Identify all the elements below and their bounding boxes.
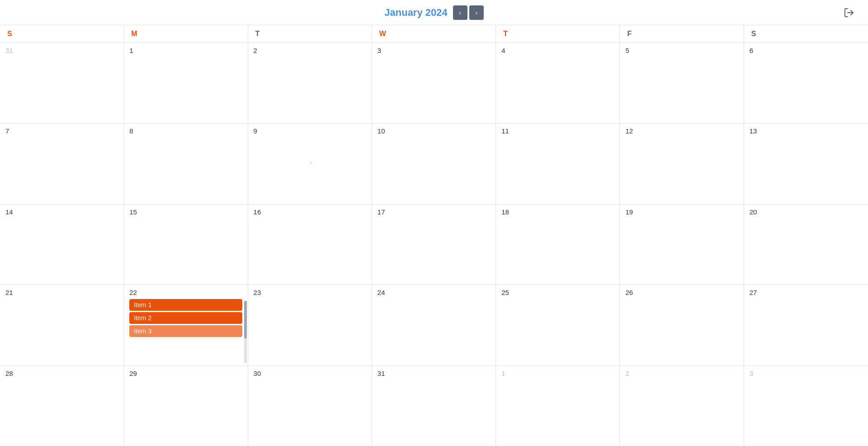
day-number: 18 (501, 208, 614, 216)
day-cell-jan24[interactable]: 24 (372, 285, 496, 365)
nav-buttons: ‹ › (453, 5, 484, 20)
day-number: 2 (625, 370, 738, 377)
day-cell-jan21[interactable]: 21 (0, 285, 124, 365)
calendar-grid: S M T W T F S 31 1 2 3 (0, 25, 868, 446)
day-cell-jan3[interactable]: 3 (372, 43, 496, 123)
day-header-tue: T (248, 25, 372, 43)
day-cell-jan2[interactable]: 2 (248, 43, 372, 123)
day-cell-jan16[interactable]: 16 (248, 204, 372, 285)
day-cell-jan15[interactable]: 15 (124, 204, 248, 285)
week-row: 7 8 9 · 10 11 12 13 (0, 123, 868, 204)
day-number: 16 (254, 208, 366, 216)
day-number: 1 (129, 47, 242, 54)
day-cell-jan23[interactable]: 23 (248, 285, 372, 365)
day-cell-jan5[interactable]: 5 (620, 43, 744, 123)
day-cell-jan4[interactable]: 4 (496, 43, 620, 123)
scrollbar-indicator (244, 301, 247, 363)
week-row: 31 1 2 3 4 5 6 (0, 43, 868, 123)
day-cell-jan25[interactable]: 25 (496, 285, 620, 365)
day-cell-jan28[interactable]: 28 (0, 366, 124, 446)
week-row: 21 22 Item 1 Item 2 Item 3 23 (0, 285, 868, 365)
day-cell-jan9[interactable]: 9 · (248, 123, 372, 204)
logout-button[interactable] (841, 5, 857, 21)
day-number: 31 (5, 47, 118, 54)
day-number: 1 (501, 370, 614, 377)
day-number: 6 (750, 47, 863, 54)
day-cell-jan26[interactable]: 26 (620, 285, 744, 365)
day-number: 19 (625, 208, 738, 216)
day-cell-jan27[interactable]: 27 (744, 285, 868, 365)
day-header-sun: S (0, 25, 124, 43)
day-number: 3 (750, 370, 863, 377)
day-cell-jan7[interactable]: 7 (0, 123, 124, 204)
day-cell-jan17[interactable]: 17 (372, 204, 496, 285)
day-number: 3 (377, 47, 490, 54)
day-headers: S M T W T F S (0, 25, 868, 43)
next-month-button[interactable]: › (469, 5, 484, 20)
day-number: 13 (750, 127, 863, 135)
day-number: 5 (625, 47, 738, 54)
day-cell-dec31[interactable]: 31 (0, 43, 124, 123)
event-list: Item 1 Item 2 Item 3 (129, 299, 242, 337)
day-cell-feb2[interactable]: 2 (620, 366, 744, 446)
calendar-title: January 2024 (384, 7, 447, 19)
day-cell-jan14[interactable]: 14 (0, 204, 124, 285)
day-number: 25 (501, 289, 614, 296)
day-cell-jan29[interactable]: 29 (124, 366, 248, 446)
day-number: 28 (5, 370, 118, 377)
scrollbar-thumb (244, 301, 247, 338)
day-number: 26 (625, 289, 738, 296)
day-number: 12 (625, 127, 738, 135)
day-number: 4 (501, 47, 614, 54)
day-number: 11 (501, 127, 614, 135)
day-cell-jan30[interactable]: 30 (248, 366, 372, 446)
week-row: 28 29 30 31 1 2 3 (0, 366, 868, 446)
day-cell-jan22[interactable]: 22 Item 1 Item 2 Item 3 (124, 285, 248, 365)
day-cell-jan1[interactable]: 1 (124, 43, 248, 123)
day-number: 17 (377, 208, 490, 216)
day-cell-feb3[interactable]: 3 (744, 366, 868, 446)
day-header-mon: M (124, 25, 248, 43)
day-cell-jan12[interactable]: 12 (620, 123, 744, 204)
week-row: 14 15 16 17 18 19 20 (0, 204, 868, 285)
day-number: 2 (254, 47, 366, 54)
day-number: 31 (377, 370, 490, 377)
day-cell-feb1[interactable]: 1 (496, 366, 620, 446)
dot-indicator: · (310, 157, 366, 166)
day-number: 21 (5, 289, 118, 296)
day-header-wed: W (372, 25, 496, 43)
day-header-sat: S (744, 25, 868, 43)
day-cell-jan31[interactable]: 31 (372, 366, 496, 446)
day-number: 20 (750, 208, 863, 216)
day-header-thu: T (496, 25, 620, 43)
event-item-3[interactable]: Item 3 (129, 325, 242, 337)
day-cell-jan18[interactable]: 18 (496, 204, 620, 285)
day-header-fri: F (620, 25, 744, 43)
day-number: 30 (254, 370, 366, 377)
day-cell-jan13[interactable]: 13 (744, 123, 868, 204)
day-number: 8 (129, 127, 242, 135)
day-number: 23 (254, 289, 366, 296)
event-item-1[interactable]: Item 1 (129, 299, 242, 311)
day-cell-jan8[interactable]: 8 (124, 123, 248, 204)
day-number: 27 (750, 289, 863, 296)
event-item-2[interactable]: Item 2 (129, 312, 242, 324)
day-number: 29 (129, 370, 242, 377)
day-cell-jan11[interactable]: 11 (496, 123, 620, 204)
day-number: 9 (254, 127, 366, 135)
calendar-container: January 2024 ‹ › S M T W T F S (0, 0, 868, 446)
calendar-header: January 2024 ‹ › (0, 0, 868, 25)
day-number: 14 (5, 208, 118, 216)
day-number: 10 (377, 127, 490, 135)
day-cell-jan19[interactable]: 19 (620, 204, 744, 285)
day-number: 15 (129, 208, 242, 216)
day-number: 22 (129, 289, 242, 296)
prev-month-button[interactable]: ‹ (453, 5, 467, 20)
day-cell-jan20[interactable]: 20 (744, 204, 868, 285)
day-cell-jan10[interactable]: 10 (372, 123, 496, 204)
day-cell-jan6[interactable]: 6 (744, 43, 868, 123)
day-number: 24 (377, 289, 490, 296)
day-number: 7 (5, 127, 118, 135)
weeks-container: 31 1 2 3 4 5 6 (0, 43, 868, 446)
